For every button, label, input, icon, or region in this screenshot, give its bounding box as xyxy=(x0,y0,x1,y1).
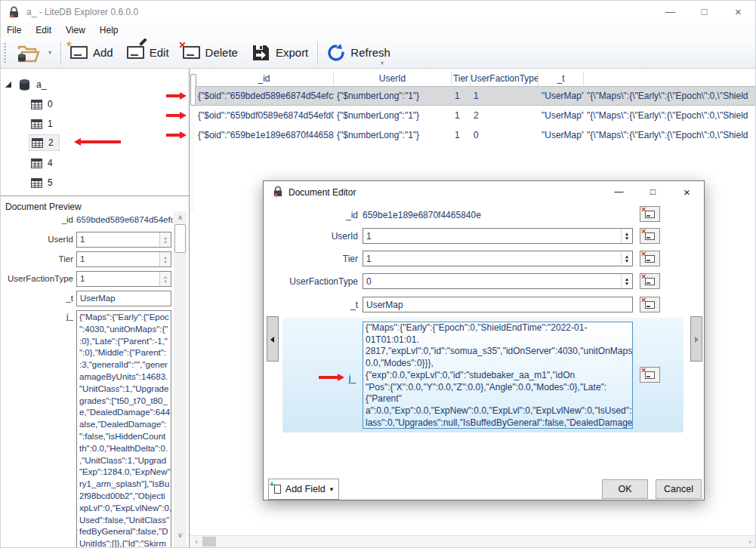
column-header-faction[interactable]: UserFactionType xyxy=(471,72,538,86)
table-row[interactable]: {"$oid":"659bded589e6874d54efcfee"} {"$n… xyxy=(195,86,756,106)
minimize-button[interactable]: — xyxy=(653,1,687,23)
grid-horizontal-scrollbar[interactable]: ‹ › xyxy=(190,535,756,547)
maximize-button[interactable]: □ xyxy=(687,1,721,23)
dialog-t-input[interactable]: UserMap xyxy=(363,297,633,312)
column-header-j[interactable] xyxy=(584,72,756,86)
dialog-tier-spinner[interactable]: ▲▼ xyxy=(621,251,632,266)
dialog-tier-input[interactable]: 1 ▲▼ xyxy=(363,251,633,266)
delete-field-j-button[interactable] xyxy=(640,367,660,383)
column-header-t[interactable]: _t xyxy=(538,72,584,86)
tree-database-label: a_ xyxy=(36,79,46,90)
open-database-dropdown-icon[interactable]: ▾ xyxy=(48,49,51,56)
tree-collection-0[interactable]: 0 xyxy=(31,96,53,112)
toolbar-grip[interactable] xyxy=(3,42,7,64)
preview-userid-text: 1 xyxy=(80,235,85,244)
scroll-left-icon[interactable]: ‹ xyxy=(191,536,202,547)
add-field-button[interactable]: Add Field ▾ xyxy=(268,479,339,500)
menu-edit[interactable]: Edit xyxy=(29,23,60,37)
delete-field-userid-button[interactable] xyxy=(640,228,660,244)
preview-userid-input[interactable]: 1 ▲▼ xyxy=(76,232,171,248)
column-header-id[interactable]: _id xyxy=(195,72,334,86)
preview-userid-spinner[interactable]: ▲▼ xyxy=(159,232,171,247)
dialog-close-button[interactable]: × xyxy=(670,181,704,203)
export-floppy-icon xyxy=(251,44,270,62)
table-row[interactable]: {"$oid":"659bdf0589e6874d54efd000"} {"$n… xyxy=(195,106,756,125)
preview-faction-input[interactable]: 1 ▲▼ xyxy=(76,271,171,287)
delete-field-tier-button[interactable] xyxy=(640,251,660,266)
dialog-faction-spinner[interactable]: ▲▼ xyxy=(621,274,632,288)
cell-userid: {"$numberLong":"1"} xyxy=(334,91,452,101)
preview-scrollbar[interactable]: ∧ ∨ xyxy=(174,211,187,548)
scroll-down-icon[interactable]: ∨ xyxy=(174,529,187,541)
tree-collection-label: 0 xyxy=(48,99,53,109)
tree-database-node[interactable]: a_ xyxy=(5,76,46,93)
preview-id-label: _id xyxy=(1,215,73,224)
tree-collection-4[interactable]: 4 xyxy=(31,155,53,171)
preview-tier-text: 1 xyxy=(80,254,85,263)
refresh-button[interactable]: Refresh xyxy=(320,39,397,66)
tree-collection-5[interactable]: 5 xyxy=(31,174,53,191)
dialog-j-textarea[interactable]: {"Maps":{"Early":{"Epoch":0,"ShieldEndTi… xyxy=(363,322,633,429)
dialog-maximize-button[interactable]: □ xyxy=(636,181,670,203)
preview-tier-input[interactable]: 1 ▲▼ xyxy=(76,251,171,267)
toolbar: ▾ * Add Edit ✕ Delete Export xyxy=(1,37,755,69)
toolbar-separator xyxy=(317,42,318,64)
toolbar-separator xyxy=(60,42,61,64)
delete-field-icon xyxy=(645,371,655,379)
cell-j: "{\"Maps\":{\"Early\":{\"Epoch\":0,\"Shi… xyxy=(584,110,756,121)
close-button[interactable]: × xyxy=(721,1,755,23)
delete-button[interactable]: ✕ Delete xyxy=(176,39,245,66)
delete-field-id-button[interactable] xyxy=(640,206,660,222)
preview-tier-label: Tier xyxy=(1,254,73,263)
table-icon xyxy=(31,159,42,168)
menu-file[interactable]: File xyxy=(1,23,29,37)
tree-collection-1[interactable]: 1 xyxy=(31,115,53,132)
dialog-faction-input[interactable]: 0 ▲▼ xyxy=(363,273,633,289)
preview-j-textarea[interactable]: {"Maps":{"Early":{"Epoc ":4030,"unitOnMa… xyxy=(76,310,171,548)
next-document-button[interactable] xyxy=(690,316,702,362)
edit-button[interactable]: Edit xyxy=(120,39,176,66)
menu-view[interactable]: View xyxy=(60,23,94,37)
annotation-arrow-j-field xyxy=(319,374,344,381)
grid-scrollbar-thumb[interactable] xyxy=(202,537,216,546)
preview-t-input[interactable]: UserMap xyxy=(76,291,171,306)
open-database-button[interactable]: ▾ xyxy=(9,39,58,66)
add-button[interactable]: * Add xyxy=(63,39,120,66)
delete-field-t-button[interactable] xyxy=(640,297,660,312)
dialog-id-label: _id xyxy=(271,210,358,220)
column-header-userid[interactable]: UserId xyxy=(334,72,452,86)
table-row[interactable]: {"$oid":"659be1e189e6870f4465840e"} {"$n… xyxy=(195,125,756,145)
cell-id: {"$oid":"659bdf0589e6874d54efd000"} xyxy=(195,110,334,121)
cell-id: {"$oid":"659be1e189e6870f4465840e"} xyxy=(195,130,334,140)
tree-collection-label: 5 xyxy=(48,177,53,188)
cancel-button[interactable]: Cancel xyxy=(656,479,702,499)
preview-tier-spinner[interactable]: ▲▼ xyxy=(159,252,171,266)
document-preview-title: Document Preview xyxy=(5,202,82,212)
cell-userid: {"$numberLong":"1"} xyxy=(334,110,452,121)
dialog-lock-icon: L xyxy=(272,186,284,198)
annotation-arrow-collection2 xyxy=(74,138,121,146)
dialog-userid-input[interactable]: 1 ▲▼ xyxy=(363,228,633,244)
dialog-userid-spinner[interactable]: ▲▼ xyxy=(621,229,632,243)
scroll-right-icon[interactable]: › xyxy=(745,536,755,547)
cell-j: "{\"Maps\":{\"Early\":{\"Epoch\":0,\"Shi… xyxy=(584,91,756,101)
export-button[interactable]: Export xyxy=(245,39,315,66)
tree-expander-icon[interactable] xyxy=(5,82,11,88)
annotation-arrow-row1 xyxy=(166,92,187,100)
annotation-arrow-row2 xyxy=(166,112,187,119)
tree-collection-2-selected[interactable]: 2 xyxy=(29,134,60,151)
scroll-up-icon[interactable]: ∧ xyxy=(174,211,187,223)
menu-help[interactable]: Help xyxy=(94,23,127,37)
delete-field-faction-button[interactable] xyxy=(640,273,660,289)
dialog-title-bar: L Document Editor — □ × xyxy=(264,181,704,203)
previous-document-button[interactable] xyxy=(267,316,279,362)
cell-faction: 0 xyxy=(471,130,538,140)
column-header-tier[interactable]: Tier xyxy=(452,72,471,86)
cell-faction: 2 xyxy=(471,110,538,121)
dialog-t-label: _t xyxy=(271,300,358,310)
toolbar-overflow-icon[interactable]: ▾ xyxy=(381,60,384,66)
preview-scrollbar-thumb[interactable] xyxy=(174,224,186,253)
preview-faction-spinner[interactable]: ▲▼ xyxy=(159,272,171,286)
ok-button[interactable]: OK xyxy=(602,479,648,499)
dialog-minimize-button[interactable]: — xyxy=(602,181,636,203)
